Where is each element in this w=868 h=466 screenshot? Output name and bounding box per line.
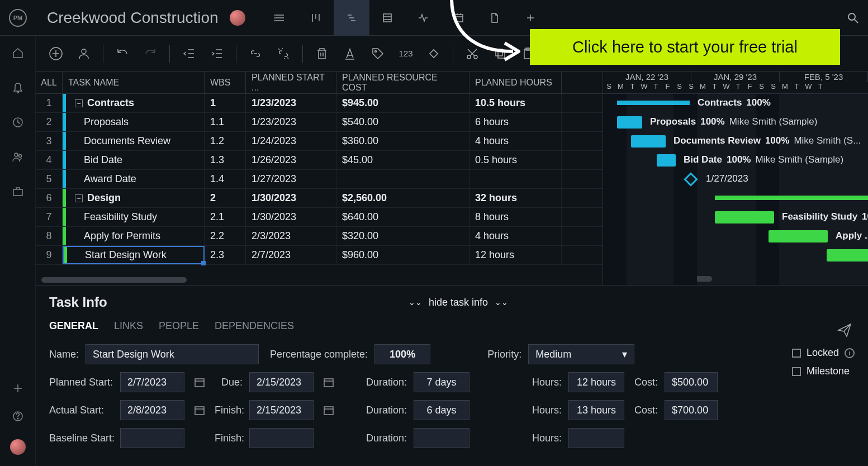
search-icon[interactable]: [847, 12, 859, 24]
outdent-icon[interactable]: [180, 45, 198, 63]
task-name-text: Start Design Work: [85, 249, 167, 261]
svg-point-26: [18, 155, 21, 158]
copy-icon[interactable]: [491, 45, 509, 63]
numbers-icon[interactable]: 123: [397, 45, 415, 63]
grid-header: ALL TASK NAME WBS PLANNED START ... PLAN…: [36, 72, 603, 94]
link-icon[interactable]: [246, 45, 264, 63]
col-task-name[interactable]: TASK NAME: [63, 72, 205, 93]
info-icon[interactable]: i: [845, 348, 855, 358]
people-icon[interactable]: [12, 151, 24, 163]
cta-banner[interactable]: Click here to start your free trial: [530, 29, 840, 65]
tab-dependencies[interactable]: DEPENDENCIES: [215, 320, 294, 332]
trash-icon[interactable]: [313, 45, 331, 63]
actual-start-input[interactable]: [120, 400, 184, 420]
planned-cost-input[interactable]: [665, 372, 718, 392]
gantt-bar[interactable]: [715, 211, 774, 224]
col-planned-start[interactable]: PLANNED START ...: [246, 72, 336, 93]
calendar-icon[interactable]: [191, 401, 208, 420]
locked-checkbox[interactable]: [792, 349, 801, 358]
col-planned-hours[interactable]: PLANNED HOURS: [469, 72, 562, 93]
view-gantt-icon[interactable]: [334, 0, 369, 36]
task-name-input[interactable]: [86, 344, 259, 364]
gantt-bar[interactable]: [827, 249, 868, 261]
help-icon[interactable]: [12, 410, 24, 422]
tab-people[interactable]: PEOPLE: [159, 320, 199, 332]
task-row[interactable]: 9 Start Design Work 2.3 2/7/2023 $960.00…: [36, 246, 603, 265]
baseline-finish-input[interactable]: [249, 428, 314, 448]
calendar-icon[interactable]: [320, 401, 337, 420]
add-circle-icon[interactable]: [47, 45, 65, 63]
unlink-icon[interactable]: [274, 45, 292, 63]
task-row[interactable]: 2 Proposals 1.1 1/23/2023 $540.00 6 hour…: [36, 113, 603, 132]
col-all[interactable]: ALL: [36, 72, 63, 93]
assign-person-icon[interactable]: [75, 45, 93, 63]
planned-duration-input[interactable]: [414, 372, 469, 392]
indent-icon[interactable]: [208, 45, 226, 63]
gantt-bar[interactable]: [769, 230, 828, 242]
hours-label-2: Hours:: [532, 405, 562, 416]
calendar-icon[interactable]: [191, 373, 208, 392]
task-row[interactable]: 3 Documents Review 1.2 1/24/2023 $360.00…: [36, 132, 603, 151]
view-activity-icon[interactable]: [405, 0, 441, 36]
home-icon[interactable]: [12, 47, 24, 59]
pct-label: Percentage complete:: [270, 349, 368, 360]
user-avatar[interactable]: [230, 10, 245, 26]
task-row[interactable]: 4 Bid Date 1.3 1/26/2023 $45.00 0.5 hour…: [36, 151, 603, 170]
gantt-bar-label: Proposals 100% Mike Smith (Sample): [650, 116, 817, 127]
milestone-checkbox[interactable]: [792, 367, 801, 376]
gantt-bar[interactable]: [657, 154, 676, 167]
finish-label: Finish:: [215, 405, 243, 416]
view-board-icon[interactable]: [298, 0, 334, 36]
actual-hours-input[interactable]: [568, 400, 624, 420]
view-calendar-icon[interactable]: [441, 0, 477, 36]
add-icon[interactable]: [13, 383, 23, 393]
collapse-toggle[interactable]: −: [75, 194, 83, 202]
gantt-bar-label: Apply ...: [836, 230, 868, 241]
actual-cost-input[interactable]: [665, 400, 718, 420]
milestone-diamond-icon[interactable]: [425, 45, 443, 63]
actual-duration-input[interactable]: [414, 400, 469, 420]
gantt-bar[interactable]: [617, 101, 690, 105]
collapse-toggle[interactable]: −: [75, 99, 83, 107]
planned-hours-input[interactable]: [568, 372, 624, 392]
app-logo[interactable]: PM: [9, 9, 27, 27]
redo-icon[interactable]: [141, 45, 159, 63]
grid-horizontal-scrollbar[interactable]: [41, 277, 187, 283]
col-resource-cost[interactable]: PLANNED RESOURCE COST: [336, 72, 469, 93]
gantt-bar[interactable]: [715, 196, 868, 200]
gantt-horizontal-scrollbar[interactable]: [695, 276, 712, 282]
view-file-icon[interactable]: [477, 0, 513, 36]
task-row[interactable]: 7 Feasibility Study 2.1 1/30/2023 $640.0…: [36, 208, 603, 227]
bell-icon[interactable]: [12, 82, 24, 94]
task-row[interactable]: 8 Apply for Permits 2.2 2/3/2023 $320.00…: [36, 227, 603, 246]
actual-finish-input[interactable]: [249, 400, 314, 420]
baseline-hours-input[interactable]: [568, 428, 624, 448]
task-row[interactable]: 1 −Contracts 1 1/23/2023 $945.00 10.5 ho…: [36, 94, 603, 113]
tag-icon[interactable]: [369, 45, 387, 63]
clock-icon[interactable]: [12, 116, 24, 129]
calendar-icon[interactable]: [320, 373, 337, 392]
tab-links[interactable]: LINKS: [114, 320, 143, 332]
hide-task-info-button[interactable]: ⌄⌄ hide task info ⌄⌄: [409, 297, 508, 308]
baseline-start-input[interactable]: [120, 428, 184, 448]
briefcase-icon[interactable]: [12, 186, 24, 198]
view-sheet-icon[interactable]: [369, 0, 405, 36]
due-input[interactable]: [249, 372, 314, 392]
svg-rect-15: [455, 15, 463, 22]
gantt-bar[interactable]: [631, 135, 666, 148]
priority-select[interactable]: Medium▾: [528, 344, 634, 364]
gantt-bar[interactable]: [617, 116, 642, 129]
send-icon[interactable]: [837, 322, 852, 338]
pct-complete-input[interactable]: [374, 344, 430, 364]
user-avatar-small[interactable]: [10, 439, 26, 455]
col-wbs[interactable]: WBS: [205, 72, 246, 93]
task-row[interactable]: 5 Award Date 1.4 1/27/2023: [36, 170, 603, 189]
view-list-icon[interactable]: [262, 0, 298, 36]
cut-icon[interactable]: [463, 45, 481, 63]
undo-icon[interactable]: [113, 45, 131, 63]
tab-general[interactable]: GENERAL: [49, 320, 98, 332]
task-row[interactable]: 6 −Design 2 1/30/2023 $2,560.00 32 hours: [36, 189, 603, 208]
baseline-duration-input[interactable]: [414, 428, 469, 448]
text-style-icon[interactable]: [341, 45, 359, 63]
planned-start-input[interactable]: [120, 372, 184, 392]
